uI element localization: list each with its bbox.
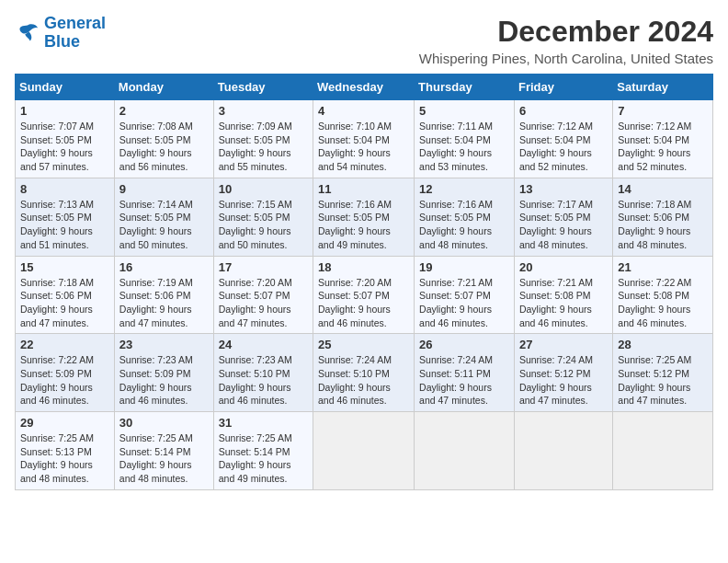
table-row: 27Sunrise: 7:24 AM Sunset: 5:12 PM Dayli… <box>514 334 612 412</box>
day-number: 29 <box>20 416 109 430</box>
day-number: 6 <box>519 104 608 118</box>
table-row <box>613 412 713 490</box>
calendar-row: 8Sunrise: 7:13 AM Sunset: 5:05 PM Daylig… <box>16 178 713 256</box>
day-number: 4 <box>318 104 409 118</box>
table-row: 6Sunrise: 7:12 AM Sunset: 5:04 PM Daylig… <box>514 100 612 178</box>
day-number: 1 <box>20 104 109 118</box>
day-info: Sunrise: 7:20 AM Sunset: 5:07 PM Dayligh… <box>318 276 409 330</box>
logo-bird-icon <box>15 20 40 46</box>
header-row: Sunday Monday Tuesday Wednesday Thursday… <box>16 75 713 100</box>
table-row: 9Sunrise: 7:14 AM Sunset: 5:05 PM Daylig… <box>114 178 213 256</box>
day-info: Sunrise: 7:10 AM Sunset: 5:04 PM Dayligh… <box>318 120 409 174</box>
day-info: Sunrise: 7:25 AM Sunset: 5:14 PM Dayligh… <box>219 431 308 486</box>
logo: General Blue <box>15 15 106 52</box>
table-row: 30Sunrise: 7:25 AM Sunset: 5:14 PM Dayli… <box>114 412 213 490</box>
day-number: 3 <box>219 104 308 118</box>
logo-line1: General <box>44 14 106 32</box>
day-info: Sunrise: 7:09 AM Sunset: 5:05 PM Dayligh… <box>219 120 308 174</box>
day-number: 7 <box>618 104 708 118</box>
day-info: Sunrise: 7:14 AM Sunset: 5:05 PM Dayligh… <box>119 198 209 252</box>
day-number: 10 <box>219 182 308 196</box>
table-row <box>415 412 515 490</box>
day-info: Sunrise: 7:17 AM Sunset: 5:05 PM Dayligh… <box>519 198 608 252</box>
day-number: 13 <box>519 182 608 196</box>
table-row <box>313 412 415 490</box>
table-row: 21Sunrise: 7:22 AM Sunset: 5:08 PM Dayli… <box>613 256 713 334</box>
day-number: 8 <box>20 182 109 196</box>
day-number: 31 <box>219 416 308 430</box>
day-info: Sunrise: 7:22 AM Sunset: 5:08 PM Dayligh… <box>618 276 708 330</box>
day-info: Sunrise: 7:11 AM Sunset: 5:04 PM Dayligh… <box>419 120 509 174</box>
day-info: Sunrise: 7:16 AM Sunset: 5:05 PM Dayligh… <box>419 198 509 252</box>
table-row: 19Sunrise: 7:21 AM Sunset: 5:07 PM Dayli… <box>415 256 515 334</box>
day-number: 27 <box>519 338 608 351</box>
day-info: Sunrise: 7:24 AM Sunset: 5:10 PM Dayligh… <box>318 353 409 408</box>
page-header: General Blue December 2024 Whispering Pi… <box>15 15 713 66</box>
day-number: 18 <box>318 260 409 274</box>
day-number: 9 <box>119 182 209 196</box>
table-row: 3Sunrise: 7:09 AM Sunset: 5:05 PM Daylig… <box>213 100 313 178</box>
calendar-row: 15Sunrise: 7:18 AM Sunset: 5:06 PM Dayli… <box>16 256 713 334</box>
day-number: 26 <box>419 338 509 351</box>
month-title: December 2024 <box>419 15 713 49</box>
day-number: 30 <box>119 416 209 430</box>
calendar-row: 29Sunrise: 7:25 AM Sunset: 5:13 PM Dayli… <box>16 412 713 490</box>
calendar-row: 22Sunrise: 7:22 AM Sunset: 5:09 PM Dayli… <box>16 334 713 412</box>
col-friday: Friday <box>514 75 612 100</box>
day-number: 22 <box>20 338 109 351</box>
logo-text: General Blue <box>44 15 106 52</box>
table-row: 18Sunrise: 7:20 AM Sunset: 5:07 PM Dayli… <box>313 256 415 334</box>
day-info: Sunrise: 7:23 AM Sunset: 5:10 PM Dayligh… <box>219 353 308 408</box>
table-row: 28Sunrise: 7:25 AM Sunset: 5:12 PM Dayli… <box>613 334 713 412</box>
col-wednesday: Wednesday <box>313 75 415 100</box>
table-row: 14Sunrise: 7:18 AM Sunset: 5:06 PM Dayli… <box>613 178 713 256</box>
col-thursday: Thursday <box>415 75 515 100</box>
day-info: Sunrise: 7:12 AM Sunset: 5:04 PM Dayligh… <box>618 120 708 174</box>
day-number: 15 <box>20 260 109 274</box>
logo-line2: Blue <box>44 32 80 51</box>
day-info: Sunrise: 7:07 AM Sunset: 5:05 PM Dayligh… <box>20 120 109 174</box>
day-info: Sunrise: 7:23 AM Sunset: 5:09 PM Dayligh… <box>119 353 209 408</box>
table-row: 8Sunrise: 7:13 AM Sunset: 5:05 PM Daylig… <box>16 178 115 256</box>
day-info: Sunrise: 7:15 AM Sunset: 5:05 PM Dayligh… <box>219 198 308 252</box>
col-sunday: Sunday <box>16 75 115 100</box>
day-info: Sunrise: 7:20 AM Sunset: 5:07 PM Dayligh… <box>219 276 308 330</box>
table-row: 7Sunrise: 7:12 AM Sunset: 5:04 PM Daylig… <box>613 100 713 178</box>
calendar-table: Sunday Monday Tuesday Wednesday Thursday… <box>15 74 713 490</box>
day-number: 2 <box>119 104 209 118</box>
day-number: 25 <box>318 338 409 351</box>
location-title: Whispering Pines, North Carolina, United… <box>419 51 713 66</box>
day-number: 16 <box>119 260 209 274</box>
table-row: 23Sunrise: 7:23 AM Sunset: 5:09 PM Dayli… <box>114 334 213 412</box>
calendar-row: 1Sunrise: 7:07 AM Sunset: 5:05 PM Daylig… <box>16 100 713 178</box>
day-info: Sunrise: 7:16 AM Sunset: 5:05 PM Dayligh… <box>318 198 409 252</box>
table-row: 1Sunrise: 7:07 AM Sunset: 5:05 PM Daylig… <box>16 100 115 178</box>
day-info: Sunrise: 7:25 AM Sunset: 5:12 PM Dayligh… <box>618 353 708 408</box>
table-row: 5Sunrise: 7:11 AM Sunset: 5:04 PM Daylig… <box>415 100 515 178</box>
day-number: 11 <box>318 182 409 196</box>
day-number: 12 <box>419 182 509 196</box>
table-row: 11Sunrise: 7:16 AM Sunset: 5:05 PM Dayli… <box>313 178 415 256</box>
day-number: 20 <box>519 260 608 274</box>
day-info: Sunrise: 7:22 AM Sunset: 5:09 PM Dayligh… <box>20 353 109 408</box>
day-info: Sunrise: 7:21 AM Sunset: 5:07 PM Dayligh… <box>419 276 509 330</box>
table-row: 17Sunrise: 7:20 AM Sunset: 5:07 PM Dayli… <box>213 256 313 334</box>
table-row: 16Sunrise: 7:19 AM Sunset: 5:06 PM Dayli… <box>114 256 213 334</box>
day-info: Sunrise: 7:12 AM Sunset: 5:04 PM Dayligh… <box>519 120 608 174</box>
table-row: 13Sunrise: 7:17 AM Sunset: 5:05 PM Dayli… <box>514 178 612 256</box>
table-row: 31Sunrise: 7:25 AM Sunset: 5:14 PM Dayli… <box>213 412 313 490</box>
day-number: 17 <box>219 260 308 274</box>
day-info: Sunrise: 7:24 AM Sunset: 5:11 PM Dayligh… <box>419 353 509 408</box>
day-info: Sunrise: 7:19 AM Sunset: 5:06 PM Dayligh… <box>119 276 209 330</box>
day-number: 28 <box>618 338 708 351</box>
day-info: Sunrise: 7:13 AM Sunset: 5:05 PM Dayligh… <box>20 198 109 252</box>
col-monday: Monday <box>114 75 213 100</box>
day-info: Sunrise: 7:18 AM Sunset: 5:06 PM Dayligh… <box>20 276 109 330</box>
day-info: Sunrise: 7:18 AM Sunset: 5:06 PM Dayligh… <box>618 198 708 252</box>
col-tuesday: Tuesday <box>213 75 313 100</box>
day-info: Sunrise: 7:25 AM Sunset: 5:13 PM Dayligh… <box>20 431 109 486</box>
table-row: 20Sunrise: 7:21 AM Sunset: 5:08 PM Dayli… <box>514 256 612 334</box>
table-row: 12Sunrise: 7:16 AM Sunset: 5:05 PM Dayli… <box>415 178 515 256</box>
day-info: Sunrise: 7:21 AM Sunset: 5:08 PM Dayligh… <box>519 276 608 330</box>
day-number: 5 <box>419 104 509 118</box>
